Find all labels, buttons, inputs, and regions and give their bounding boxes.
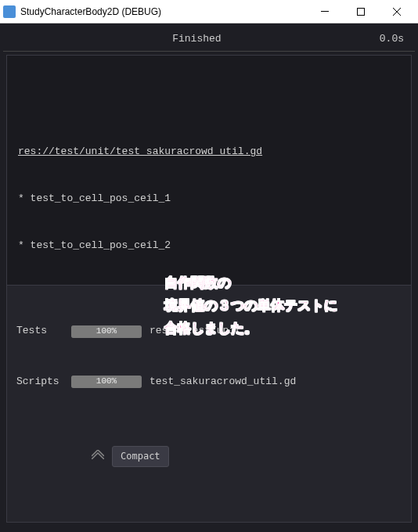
expand-icon[interactable] [16, 427, 104, 485]
annotation-line: 合格しました。 [164, 318, 337, 340]
annotation-overlay: 自作関数の 境界値の３つの単体テストに 合格しました。 [164, 272, 337, 340]
footer-bottom: Compact [16, 427, 402, 485]
status-label: Finished [14, 33, 380, 45]
svg-rect-1 [358, 8, 365, 15]
close-button[interactable] [379, 0, 415, 23]
test-line: * test_to_cell_pos_ceil_1 [18, 191, 400, 207]
annotation-line: 境界値の３つの単体テストに [164, 295, 337, 318]
tests-progress-label: 100% [96, 325, 117, 338]
footer-scripts-label: Scripts [16, 374, 63, 390]
minimize-button[interactable] [307, 0, 343, 23]
tests-progress: 100% [71, 325, 142, 338]
window-title: StudyCharacterBody2D (DEBUG) [20, 6, 307, 17]
scripts-path: test_sakuracrowd_util.gd [150, 374, 296, 390]
footer-scripts-row: Scripts 100% test_sakuracrowd_util.gd [16, 374, 402, 390]
footer-tests-label: Tests [16, 323, 63, 339]
test-line: * test_to_cell_pos_ceil_2 [18, 238, 400, 253]
test-file-path: res://test/unit/test_sakuracrowd_util.gd [18, 144, 400, 160]
maximize-button[interactable] [343, 0, 379, 23]
scripts-progress-label: 100% [96, 375, 117, 388]
status-bar: Finished 0.0s [3, 27, 415, 52]
svg-rect-0 [321, 11, 329, 12]
status-time: 0.0s [380, 33, 404, 45]
window-controls [307, 0, 415, 23]
scripts-progress: 100% [71, 376, 142, 388]
compact-button[interactable]: Compact [112, 446, 169, 467]
app-icon [3, 5, 16, 18]
annotation-line: 自作関数の [164, 272, 337, 295]
titlebar: StudyCharacterBody2D (DEBUG) [0, 0, 418, 23]
